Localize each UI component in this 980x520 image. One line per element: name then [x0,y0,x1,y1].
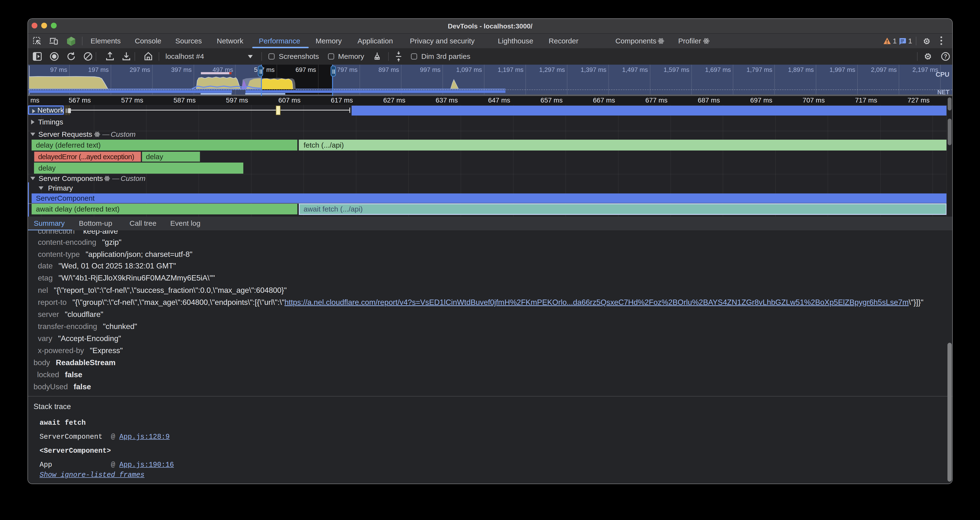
svg-text:?: ? [944,53,947,60]
